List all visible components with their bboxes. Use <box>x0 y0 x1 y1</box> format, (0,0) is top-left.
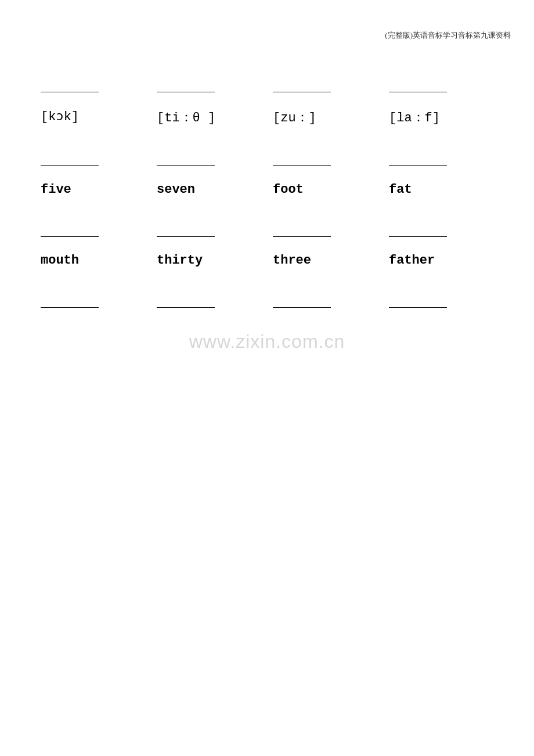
underline <box>157 307 215 308</box>
line-row-1 <box>35 75 499 103</box>
word-fat: fat <box>389 182 412 203</box>
underline <box>389 307 447 308</box>
phonetic-3: [zu：] <box>273 109 316 132</box>
underline <box>273 92 331 92</box>
words-row-2: mouth thirty three father <box>35 253 499 273</box>
cell-word-2-4: father <box>383 253 499 273</box>
phonetic-4: [la：f] <box>389 109 440 132</box>
underline <box>157 165 215 166</box>
cell-line-4-1 <box>35 291 151 318</box>
words-row-1: five seven foot fat <box>35 182 499 203</box>
cell-line-2-2 <box>151 149 267 177</box>
page-title: (完整版)英语音标学习音标第九课资料 <box>385 30 511 41</box>
word-mouth: mouth <box>41 253 79 273</box>
underline <box>273 236 331 237</box>
line-row-4 <box>35 291 499 318</box>
cell-line-4-3 <box>267 291 383 318</box>
line-row-2 <box>35 149 499 177</box>
word-five: five <box>41 182 71 203</box>
word-foot: foot <box>273 182 304 203</box>
cell-word-1-1: five <box>35 182 151 203</box>
word-thirty: thirty <box>157 253 203 273</box>
phonetic-2: [ti：θ ] <box>157 109 215 132</box>
phonetic-1: [kɔk] <box>41 109 79 130</box>
line-row-3 <box>35 220 499 247</box>
phonetics-row: [kɔk] [ti：θ ] [zu：] [la：f] <box>35 109 499 132</box>
underline <box>273 165 331 166</box>
underline <box>41 236 99 237</box>
underline <box>273 307 331 308</box>
cell-word-1-3: foot <box>267 182 383 203</box>
cell-phonetic-2: [ti：θ ] <box>151 109 267 132</box>
underline <box>389 236 447 237</box>
underline <box>389 165 447 166</box>
cell-line-3-3 <box>267 220 383 247</box>
cell-phonetic-4: [la：f] <box>383 109 499 132</box>
word-father: father <box>389 253 435 273</box>
word-three: three <box>273 253 311 273</box>
underline <box>41 92 99 92</box>
cell-line-3-2 <box>151 220 267 247</box>
underline <box>41 307 99 308</box>
watermark: www.zixin.com.cn <box>189 331 345 352</box>
underline <box>41 165 99 166</box>
cell-line-1-4 <box>383 75 499 103</box>
cell-line-2-1 <box>35 149 151 177</box>
cell-line-2-3 <box>267 149 383 177</box>
cell-word-1-2: seven <box>151 182 267 203</box>
underline <box>389 92 447 92</box>
cell-word-2-2: thirty <box>151 253 267 273</box>
cell-phonetic-3: [zu：] <box>267 109 383 132</box>
cell-line-1-3 <box>267 75 383 103</box>
cell-line-4-4 <box>383 291 499 318</box>
word-seven: seven <box>157 182 195 203</box>
underline <box>157 92 215 92</box>
cell-line-3-1 <box>35 220 151 247</box>
cell-word-1-4: fat <box>383 182 499 203</box>
cell-line-1-1 <box>35 75 151 103</box>
cell-line-2-4 <box>383 149 499 177</box>
cell-line-4-2 <box>151 291 267 318</box>
cell-word-2-3: three <box>267 253 383 273</box>
cell-word-2-1: mouth <box>35 253 151 273</box>
content-area: [kɔk] [ti：θ ] [zu：] [la：f] five <box>35 58 499 318</box>
cell-line-3-4 <box>383 220 499 247</box>
cell-phonetic-1: [kɔk] <box>35 109 151 130</box>
underline <box>157 236 215 237</box>
cell-line-1-2 <box>151 75 267 103</box>
